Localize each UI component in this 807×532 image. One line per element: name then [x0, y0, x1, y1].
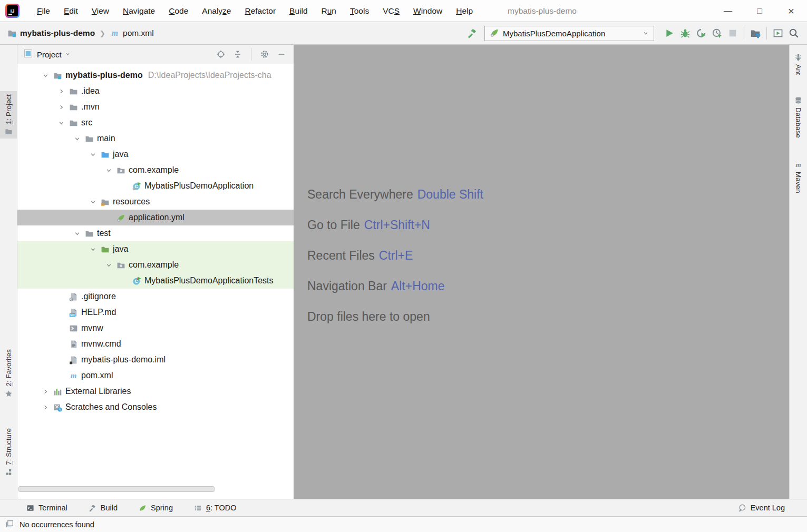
intellij-logo-text: IJ	[7, 5, 18, 16]
tool-window-button-build[interactable]: Build	[89, 504, 118, 512]
tool-window-label: 6: TODO	[206, 504, 237, 512]
project-structure-button[interactable]	[747, 26, 763, 41]
menu-build[interactable]: Build	[283, 0, 314, 22]
minimize-button[interactable]: —	[712, 0, 744, 22]
tool-window-label: Event Log	[751, 504, 785, 512]
tree-toggle[interactable]	[101, 167, 116, 174]
tree-item-mvnw[interactable]: mvnw	[17, 320, 294, 336]
tree-toggle[interactable]	[37, 404, 53, 411]
menu-edit[interactable]: Edit	[57, 0, 85, 22]
tool-window-button-1-project[interactable]: 1: Project	[0, 91, 17, 139]
settings-button[interactable]	[258, 47, 271, 61]
build-button[interactable]	[464, 26, 480, 41]
tree-item-gitignore[interactable]: .gitignore	[17, 289, 294, 304]
collapse-all-button[interactable]	[231, 47, 245, 61]
tree-item-mybatisplusdemoapplication[interactable]: CMybatisPlusDemoApplication	[17, 178, 294, 194]
tree-item-label: com.example	[129, 165, 179, 175]
breadcrumb-item-pom-xml[interactable]: mpom.xml	[110, 28, 154, 38]
tool-window-button-event-log[interactable]: Event Log	[738, 504, 785, 512]
tree-item-application-yml[interactable]: application.yml	[17, 210, 294, 225]
tool-window-button-terminal[interactable]: Terminal	[26, 504, 67, 512]
tree-item-pom-xml[interactable]: mpom.xml	[17, 368, 294, 383]
stop-button[interactable]	[725, 26, 741, 41]
run-configuration-select[interactable]: MybatisPlusDemoApplication	[484, 26, 654, 41]
shortcut-action: Navigation Bar	[307, 279, 387, 293]
tree-item-mvnw-cmd[interactable]: mvnw.cmd	[17, 336, 294, 352]
tree-item-idea[interactable]: .idea	[17, 83, 294, 99]
search-everywhere-button[interactable]	[786, 26, 802, 41]
folder-icon	[69, 87, 78, 96]
run-with-coverage-button[interactable]	[693, 26, 709, 41]
menu-code[interactable]: Code	[162, 0, 195, 22]
tree-toggle[interactable]	[69, 230, 85, 237]
menu-window[interactable]: Window	[406, 0, 449, 22]
hide-button[interactable]	[275, 47, 288, 61]
tree-item-com-example[interactable]: com.example	[17, 257, 294, 273]
tree-item-mybatis-plus-demo-iml[interactable]: mybatis-plus-demo.iml	[17, 352, 294, 368]
tree-item-scratches-and-consoles[interactable]: Scratches and Consoles	[17, 399, 294, 415]
maximize-button[interactable]: □	[744, 0, 775, 22]
tree-item-label: test	[97, 229, 111, 238]
run-dashboard-button[interactable]	[770, 26, 786, 41]
tree-toggle[interactable]	[37, 72, 53, 79]
tree-item-resources[interactable]: resources	[17, 194, 294, 210]
chevron-down-icon[interactable]	[65, 51, 71, 57]
tree-item-java[interactable]: java	[17, 146, 294, 162]
menu-run[interactable]: Run	[315, 0, 343, 22]
close-button[interactable]: ×	[775, 0, 807, 22]
event-log-icon	[738, 504, 746, 512]
tool-window-button-2-favorites[interactable]: 2: Favorites	[0, 346, 17, 401]
tree-item-src[interactable]: src	[17, 115, 294, 131]
tree-item-java[interactable]: java	[17, 241, 294, 257]
tree-toggle[interactable]	[85, 151, 101, 158]
tree-item-help-md[interactable]: MDHELP.md	[17, 304, 294, 320]
tree-item-label: .mvn	[81, 102, 100, 112]
tool-window-button-spring[interactable]: Spring	[139, 504, 173, 512]
profiler-button[interactable]	[709, 26, 725, 41]
locate-button[interactable]	[214, 47, 228, 61]
tree-item-label: mybatis-plus-demo.iml	[81, 355, 166, 364]
toolbar-actions: MybatisPlusDemoApplication	[464, 26, 802, 41]
breadcrumb-item-mybatis-plus-demo[interactable]: mybatis-plus-demo	[7, 28, 95, 38]
menu-view[interactable]: View	[85, 0, 116, 22]
tool-window-button-database[interactable]: Database	[790, 93, 807, 141]
tool-window-button-ant[interactable]: Ant	[790, 50, 807, 78]
menu-help[interactable]: Help	[449, 0, 480, 22]
tree-item-mybatisplusdemoapplicationtests[interactable]: CMybatisPlusDemoApplicationTests	[17, 273, 294, 289]
tree-toggle[interactable]	[37, 388, 53, 395]
menu-file[interactable]: File	[30, 0, 57, 22]
tree-toggle[interactable]	[85, 199, 101, 205]
tool-window-button-6-todo[interactable]: 6: TODO	[194, 504, 237, 512]
horizontal-scrollbar[interactable]	[18, 486, 215, 492]
tree-toggle[interactable]	[69, 135, 85, 142]
tree-item-test[interactable]: test	[17, 225, 294, 241]
menu-analyze[interactable]: Analyze	[195, 0, 238, 22]
breadcrumb: mybatis-plus-demo❯mpom.xml	[7, 28, 154, 38]
tree-item-mybatis-plus-demo[interactable]: mybatis-plus-demoD:\IdeaProjects\IdeaPro…	[17, 67, 294, 83]
gear-icon	[260, 50, 269, 58]
copy-squares-icon[interactable]	[5, 519, 14, 528]
chevron-down-icon	[74, 135, 81, 142]
tree-item-main[interactable]: main	[17, 131, 294, 146]
intellij-logo-icon: IJ	[5, 4, 20, 18]
project-panel-title[interactable]: Project	[37, 50, 62, 59]
tree-toggle[interactable]	[53, 88, 69, 95]
tool-window-button-maven[interactable]: mMaven	[790, 157, 807, 196]
tree-toggle[interactable]	[101, 262, 116, 269]
menu-vcs[interactable]: VCS	[376, 0, 406, 22]
menu-tools[interactable]: Tools	[343, 0, 376, 22]
menu-refactor[interactable]: Refactor	[238, 0, 283, 22]
tree-item-external-libraries[interactable]: External Libraries	[17, 383, 294, 399]
tree-toggle[interactable]	[53, 120, 69, 126]
tool-window-button-7-structure[interactable]: 7: Structure	[0, 425, 17, 479]
menu-navigate[interactable]: Navigate	[116, 0, 162, 22]
tree-toggle[interactable]	[85, 246, 101, 253]
folder-root-icon	[53, 71, 62, 80]
folder-icon	[69, 119, 78, 127]
tree-item-com-example[interactable]: com.example	[17, 162, 294, 178]
tree-item-mvn[interactable]: .mvn	[17, 99, 294, 115]
status-message: No occurrences found	[20, 520, 94, 529]
tree-toggle[interactable]	[53, 104, 69, 111]
run-button[interactable]	[662, 26, 677, 41]
debug-button[interactable]	[677, 26, 693, 41]
